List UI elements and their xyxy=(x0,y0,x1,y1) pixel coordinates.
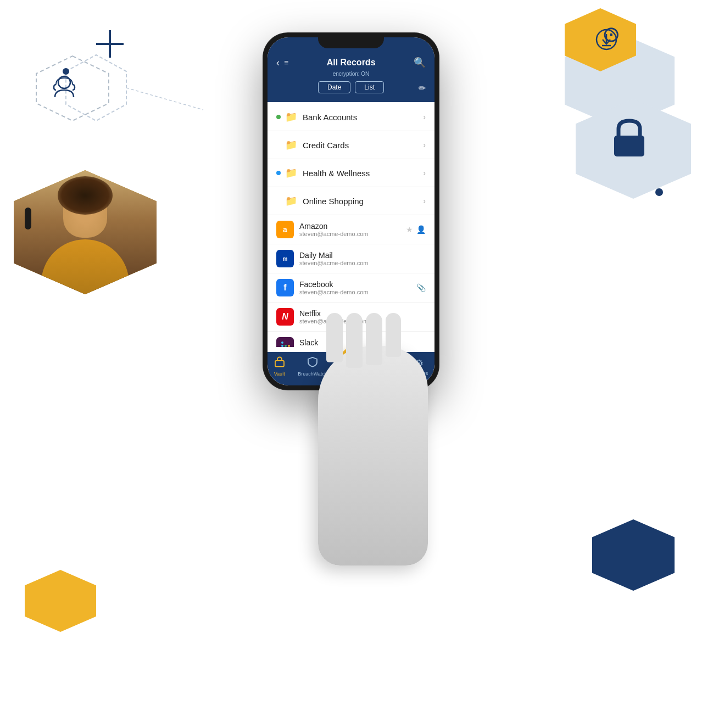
record-netflix[interactable]: N Netflix steven@acme-demo.com xyxy=(268,303,434,332)
record-amazon[interactable]: a Amazon steven@acme-demo.com ★ 👤 xyxy=(268,215,434,244)
tab-breachwatch[interactable]: BreachWatch xyxy=(298,356,327,377)
download-arrow-icon xyxy=(594,27,619,54)
bank-accounts-label: Bank Accounts xyxy=(303,113,423,122)
phone-wrapper: ‹ ≡ All Records 🔍 encryption: ON Date Li… xyxy=(263,33,439,390)
star-icon-amazon[interactable]: ★ xyxy=(406,225,413,234)
settings-icon: ⚙ xyxy=(415,357,424,369)
svg-point-19 xyxy=(386,358,391,362)
hex-yellow-bottom-left xyxy=(25,570,96,632)
back-icon[interactable]: ‹ xyxy=(276,57,280,69)
amazon-icon: a xyxy=(276,221,294,238)
credit-cards-label: Credit Cards xyxy=(303,141,423,150)
dot-none-shopping xyxy=(276,199,281,203)
health-wellness-label: Health & Wellness xyxy=(303,169,423,178)
edit-icon[interactable]: ✏ xyxy=(419,83,426,93)
page-scene: ⊙ xyxy=(0,0,702,728)
list-button[interactable]: List xyxy=(355,81,384,93)
svg-point-4 xyxy=(655,188,663,196)
photo-hex xyxy=(14,170,157,294)
amazon-email: steven@acme-demo.com xyxy=(299,231,406,237)
netflix-email: steven@acme-demo.com xyxy=(299,318,426,324)
tab-account[interactable]: Account xyxy=(380,356,398,377)
netflix-name: Netflix xyxy=(299,309,426,318)
account-icon xyxy=(383,356,394,370)
search-icon[interactable]: 🔍 xyxy=(414,57,426,69)
netflix-icon: N xyxy=(276,308,294,326)
svg-rect-16 xyxy=(288,345,290,347)
chevron-shopping: › xyxy=(423,197,426,205)
svg-rect-18 xyxy=(275,361,284,367)
facebook-info: Facebook steven@acme-demo.com xyxy=(299,280,416,295)
slack-name: Slack xyxy=(299,338,426,347)
headset-icon xyxy=(51,72,78,105)
record-slack[interactable]: Slack steven@acme-demo.com xyxy=(268,332,434,347)
attach-icon-facebook: 📎 xyxy=(416,283,426,292)
online-shopping-label: Online Shopping xyxy=(303,197,423,206)
category-online-shopping[interactable]: 📁 Online Shopping › xyxy=(268,187,434,215)
folder-icon-health: 📁 xyxy=(285,167,297,179)
phone-screen: ‹ ≡ All Records 🔍 encryption: ON Date Li… xyxy=(268,37,434,385)
phone-notch xyxy=(318,33,384,48)
dailymail-icon: m xyxy=(276,250,294,267)
phone-device: ‹ ≡ All Records 🔍 encryption: ON Date Li… xyxy=(263,33,439,390)
dot-none-credit xyxy=(276,143,281,147)
lock-icon xyxy=(611,118,647,160)
chevron-credit: › xyxy=(423,141,426,149)
dailymail-name: Daily Mail xyxy=(299,251,426,260)
bottom-nav: Vault BreachWatch + xyxy=(268,352,434,385)
facebook-name: Facebook xyxy=(299,280,416,289)
svg-line-5 xyxy=(126,88,203,110)
user-icon-amazon[interactable]: 👤 xyxy=(416,225,426,234)
breachwatch-icon xyxy=(307,356,318,370)
chevron-health: › xyxy=(423,169,426,177)
facebook-email: steven@acme-demo.com xyxy=(299,289,416,295)
nav-left: ‹ ≡ xyxy=(276,57,288,69)
tab-vault[interactable]: Vault xyxy=(274,356,285,377)
amazon-actions: ★ 👤 xyxy=(406,225,426,234)
account-label: Account xyxy=(380,371,398,377)
menu-icon[interactable]: ≡ xyxy=(284,58,288,67)
category-bank-accounts[interactable]: 📁 Bank Accounts › xyxy=(268,103,434,131)
svg-rect-15 xyxy=(285,345,287,347)
dot-green-bank xyxy=(276,115,281,119)
encryption-status: encryption: ON xyxy=(276,71,426,77)
category-health-wellness[interactable]: 📁 Health & Wellness › xyxy=(268,159,434,187)
vault-label: Vault xyxy=(274,371,285,377)
slack-info: Slack steven@acme-demo.com xyxy=(299,338,426,347)
folder-icon-credit: 📁 xyxy=(285,139,297,151)
vault-icon xyxy=(274,356,285,370)
settings-label: Settings xyxy=(410,371,428,376)
facebook-icon: f xyxy=(276,279,294,296)
svg-rect-13 xyxy=(281,345,283,347)
folder-icon-bank: 📁 xyxy=(285,111,297,123)
dailymail-info: Daily Mail steven@acme-demo.com xyxy=(299,251,426,266)
svg-rect-14 xyxy=(281,341,283,344)
record-daily-mail[interactable]: m Daily Mail steven@acme-demo.com xyxy=(268,244,434,273)
hex-blue-bottom-right xyxy=(592,519,675,591)
chevron-bank: › xyxy=(423,113,426,121)
breachwatch-label: BreachWatch xyxy=(298,371,327,377)
fab-add-button[interactable]: + xyxy=(340,347,366,373)
category-credit-cards[interactable]: 📁 Credit Cards › xyxy=(268,131,434,159)
amazon-info: Amazon steven@acme-demo.com xyxy=(299,222,406,237)
dailymail-email: steven@acme-demo.com xyxy=(299,260,426,266)
amazon-name: Amazon xyxy=(299,222,406,231)
slack-icon xyxy=(276,337,294,347)
svg-rect-12 xyxy=(614,136,644,156)
date-button[interactable]: Date xyxy=(318,81,350,93)
fab-plus-icon: + xyxy=(349,353,358,367)
dot-blue-health xyxy=(276,171,281,175)
netflix-info: Netflix steven@acme-demo.com xyxy=(299,309,426,324)
folder-icon-shopping: 📁 xyxy=(285,195,297,207)
nav-title-text: All Records xyxy=(327,58,376,68)
phone-body: 📁 Bank Accounts › 📁 Credit Cards › xyxy=(268,103,434,347)
tab-settings[interactable]: ⚙ Settings xyxy=(410,357,428,376)
record-facebook[interactable]: f Facebook steven@acme-demo.com 📎 xyxy=(268,273,434,303)
